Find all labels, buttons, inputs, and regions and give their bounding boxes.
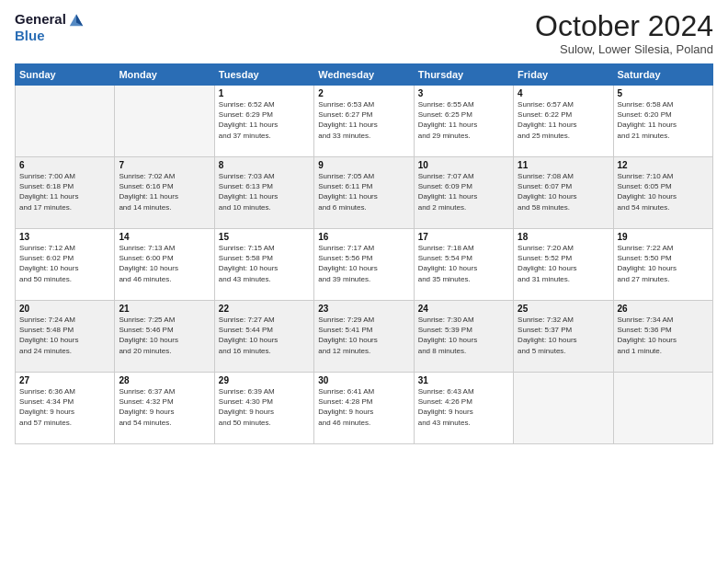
header-thursday: Thursday — [414, 64, 513, 86]
day-number: 4 — [518, 88, 609, 98]
day-info: Sunrise: 7:13 AM Sunset: 6:00 PM Dayligh… — [119, 243, 210, 284]
day-info: Sunrise: 7:07 AM Sunset: 6:09 PM Dayligh… — [418, 171, 509, 213]
day-info: Sunrise: 6:58 AM Sunset: 6:20 PM Dayligh… — [618, 99, 709, 141]
day-number: 24 — [418, 304, 509, 314]
calendar-week-row: 1Sunrise: 6:52 AM Sunset: 6:29 PM Daylig… — [16, 86, 713, 157]
day-number: 5 — [618, 88, 709, 98]
table-row: 30Sunrise: 6:41 AM Sunset: 4:28 PM Dayli… — [314, 373, 414, 444]
day-number: 10 — [418, 160, 509, 170]
day-info: Sunrise: 7:18 AM Sunset: 5:54 PM Dayligh… — [418, 243, 509, 284]
day-info: Sunrise: 7:29 AM Sunset: 5:41 PM Dayligh… — [318, 315, 409, 356]
table-row: 20Sunrise: 7:24 AM Sunset: 5:48 PM Dayli… — [16, 301, 115, 373]
logo-text-general: General — [15, 11, 66, 28]
day-number: 8 — [219, 160, 310, 170]
table-row: 17Sunrise: 7:18 AM Sunset: 5:54 PM Dayli… — [414, 229, 513, 301]
header-friday: Friday — [514, 64, 613, 86]
table-row: 24Sunrise: 7:30 AM Sunset: 5:39 PM Dayli… — [414, 301, 513, 373]
day-number: 19 — [618, 232, 709, 242]
table-row: 26Sunrise: 7:34 AM Sunset: 5:36 PM Dayli… — [613, 301, 712, 373]
table-row: 21Sunrise: 7:25 AM Sunset: 5:46 PM Dayli… — [115, 301, 214, 373]
logo-icon — [68, 11, 85, 28]
table-row: 11Sunrise: 7:08 AM Sunset: 6:07 PM Dayli… — [514, 157, 613, 229]
table-row: 16Sunrise: 7:17 AM Sunset: 5:56 PM Dayli… — [314, 229, 414, 301]
day-number: 26 — [618, 304, 709, 314]
day-number: 25 — [518, 304, 609, 314]
table-row: 19Sunrise: 7:22 AM Sunset: 5:50 PM Dayli… — [613, 229, 712, 301]
header-sunday: Sunday — [16, 64, 115, 86]
table-row: 22Sunrise: 7:27 AM Sunset: 5:44 PM Dayli… — [214, 301, 313, 373]
day-info: Sunrise: 6:52 AM Sunset: 6:29 PM Dayligh… — [219, 99, 310, 141]
day-number: 1 — [219, 88, 310, 98]
table-row: 25Sunrise: 7:32 AM Sunset: 5:37 PM Dayli… — [514, 301, 613, 373]
day-number: 18 — [518, 232, 609, 242]
table-row: 7Sunrise: 7:02 AM Sunset: 6:16 PM Daylig… — [115, 157, 214, 229]
table-row: 4Sunrise: 6:57 AM Sunset: 6:22 PM Daylig… — [514, 86, 613, 157]
day-number: 15 — [219, 232, 310, 242]
day-number: 17 — [418, 232, 509, 242]
day-number: 21 — [119, 304, 210, 314]
month-title: October 2024 — [535, 11, 713, 40]
day-number: 31 — [418, 375, 509, 385]
title-block: October 2024 Sulow, Lower Silesia, Polan… — [535, 11, 713, 56]
page: General Blue October 2024 Sulow, Lower S… — [0, 0, 728, 563]
day-info: Sunrise: 6:37 AM Sunset: 4:32 PM Dayligh… — [119, 386, 210, 428]
table-row: 27Sunrise: 6:36 AM Sunset: 4:34 PM Dayli… — [16, 373, 115, 444]
day-number: 30 — [318, 375, 409, 385]
day-info: Sunrise: 7:08 AM Sunset: 6:07 PM Dayligh… — [518, 171, 609, 213]
day-number: 13 — [19, 232, 110, 242]
table-row: 15Sunrise: 7:15 AM Sunset: 5:58 PM Dayli… — [214, 229, 313, 301]
day-info: Sunrise: 6:39 AM Sunset: 4:30 PM Dayligh… — [219, 386, 310, 428]
table-row: 3Sunrise: 6:55 AM Sunset: 6:25 PM Daylig… — [414, 86, 513, 157]
calendar: Sunday Monday Tuesday Wednesday Thursday… — [15, 63, 713, 444]
day-info: Sunrise: 7:05 AM Sunset: 6:11 PM Dayligh… — [318, 171, 409, 213]
table-row: 18Sunrise: 7:20 AM Sunset: 5:52 PM Dayli… — [514, 229, 613, 301]
table-row: 12Sunrise: 7:10 AM Sunset: 6:05 PM Dayli… — [613, 157, 712, 229]
table-row: 8Sunrise: 7:03 AM Sunset: 6:13 PM Daylig… — [214, 157, 313, 229]
day-info: Sunrise: 6:53 AM Sunset: 6:27 PM Dayligh… — [318, 99, 409, 141]
table-row: 14Sunrise: 7:13 AM Sunset: 6:00 PM Dayli… — [115, 229, 214, 301]
table-row: 1Sunrise: 6:52 AM Sunset: 6:29 PM Daylig… — [214, 86, 313, 157]
day-info: Sunrise: 6:55 AM Sunset: 6:25 PM Dayligh… — [418, 99, 509, 141]
table-row: 2Sunrise: 6:53 AM Sunset: 6:27 PM Daylig… — [314, 86, 414, 157]
header-saturday: Saturday — [613, 64, 712, 86]
day-info: Sunrise: 7:10 AM Sunset: 6:05 PM Dayligh… — [618, 171, 709, 213]
table-row — [514, 373, 613, 444]
header: General Blue October 2024 Sulow, Lower S… — [15, 11, 713, 56]
day-info: Sunrise: 6:57 AM Sunset: 6:22 PM Dayligh… — [518, 99, 609, 141]
day-number: 27 — [19, 375, 110, 385]
header-wednesday: Wednesday — [314, 64, 414, 86]
table-row: 10Sunrise: 7:07 AM Sunset: 6:09 PM Dayli… — [414, 157, 513, 229]
day-info: Sunrise: 7:30 AM Sunset: 5:39 PM Dayligh… — [418, 315, 509, 356]
day-number: 6 — [19, 160, 110, 170]
day-info: Sunrise: 7:34 AM Sunset: 5:36 PM Dayligh… — [618, 315, 709, 356]
day-number: 29 — [219, 375, 310, 385]
calendar-week-row: 13Sunrise: 7:12 AM Sunset: 6:02 PM Dayli… — [16, 229, 713, 301]
day-number: 7 — [119, 160, 210, 170]
day-info: Sunrise: 7:32 AM Sunset: 5:37 PM Dayligh… — [518, 315, 609, 356]
logo-text-blue: Blue — [15, 28, 45, 43]
day-number: 12 — [618, 160, 709, 170]
table-row: 23Sunrise: 7:29 AM Sunset: 5:41 PM Dayli… — [314, 301, 414, 373]
day-number: 2 — [318, 88, 409, 98]
day-number: 20 — [19, 304, 110, 314]
logo: General Blue — [15, 11, 85, 44]
table-row: 6Sunrise: 7:00 AM Sunset: 6:18 PM Daylig… — [16, 157, 115, 229]
calendar-week-row: 20Sunrise: 7:24 AM Sunset: 5:48 PM Dayli… — [16, 301, 713, 373]
day-number: 16 — [318, 232, 409, 242]
location: Sulow, Lower Silesia, Poland — [535, 42, 713, 56]
day-info: Sunrise: 7:22 AM Sunset: 5:50 PM Dayligh… — [618, 243, 709, 284]
day-info: Sunrise: 7:00 AM Sunset: 6:18 PM Dayligh… — [19, 171, 110, 213]
day-number: 28 — [119, 375, 210, 385]
table-row: 9Sunrise: 7:05 AM Sunset: 6:11 PM Daylig… — [314, 157, 414, 229]
table-row — [16, 86, 115, 157]
table-row: 5Sunrise: 6:58 AM Sunset: 6:20 PM Daylig… — [613, 86, 712, 157]
day-info: Sunrise: 7:15 AM Sunset: 5:58 PM Dayligh… — [219, 243, 310, 284]
table-row: 29Sunrise: 6:39 AM Sunset: 4:30 PM Dayli… — [214, 373, 313, 444]
day-number: 23 — [318, 304, 409, 314]
calendar-header-row: Sunday Monday Tuesday Wednesday Thursday… — [16, 64, 713, 86]
day-info: Sunrise: 7:17 AM Sunset: 5:56 PM Dayligh… — [318, 243, 409, 284]
day-info: Sunrise: 7:12 AM Sunset: 6:02 PM Dayligh… — [19, 243, 110, 284]
day-number: 22 — [219, 304, 310, 314]
day-number: 9 — [318, 160, 409, 170]
day-info: Sunrise: 6:36 AM Sunset: 4:34 PM Dayligh… — [19, 386, 110, 428]
